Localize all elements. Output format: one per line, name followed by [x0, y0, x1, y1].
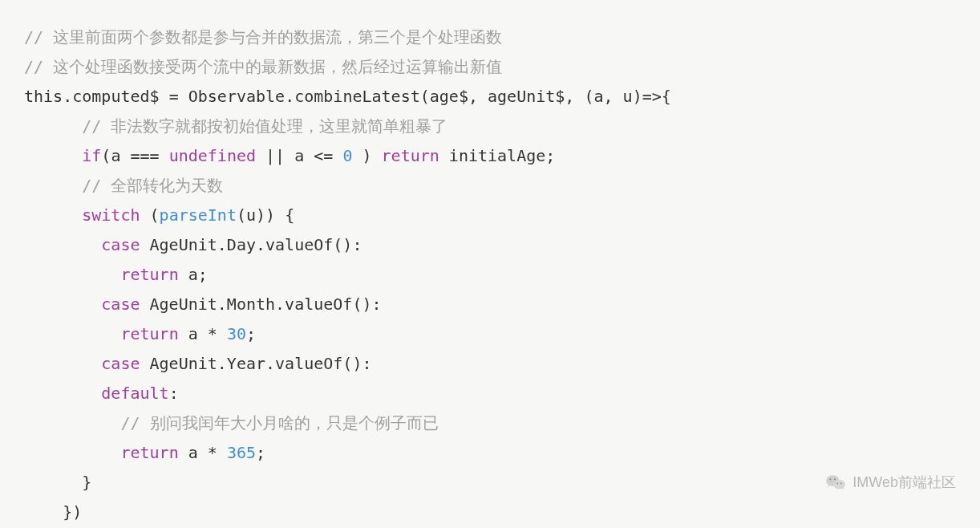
watermark: IMWeb前端社区 [825, 473, 956, 492]
comment-line-2: // 这个处理函数接受两个流中的最新数据，然后经过运算输出新值 [24, 57, 502, 76]
return-keyword: return [120, 324, 178, 343]
if-keyword: if [82, 146, 101, 165]
svg-point-2 [830, 478, 832, 480]
case-keyword: case [101, 354, 140, 373]
case-keyword: case [101, 235, 140, 254]
this-keyword: this [24, 87, 63, 106]
return-keyword: return [120, 443, 178, 462]
svg-point-4 [837, 482, 839, 484]
svg-point-3 [834, 478, 836, 480]
return-keyword: return [120, 265, 178, 284]
code-block: // 这里前面两个参数都是参与合并的数据流，第三个是个处理函数 // 这个处理函… [0, 0, 980, 528]
switch-keyword: switch [82, 205, 140, 225]
wechat-icon [825, 473, 846, 491]
svg-point-1 [834, 480, 846, 489]
comment-line-1: // 这里前面两个参数都是参与合并的数据流，第三个是个处理函数 [24, 27, 502, 47]
comment-line-6: // 全部转化为天数 [24, 176, 223, 195]
return-keyword: return [382, 146, 439, 165]
watermark-text: IMWeb前端社区 [852, 473, 956, 492]
svg-point-5 [840, 482, 842, 484]
default-keyword: default [101, 384, 168, 403]
comment-line-4: // 非法数字就都按初始值处理，这里就简单粗暴了 [24, 116, 447, 136]
case-keyword: case [101, 294, 140, 314]
comment-line-14: // 别问我闰年大小月啥的，只是个例子而已 [24, 413, 439, 433]
